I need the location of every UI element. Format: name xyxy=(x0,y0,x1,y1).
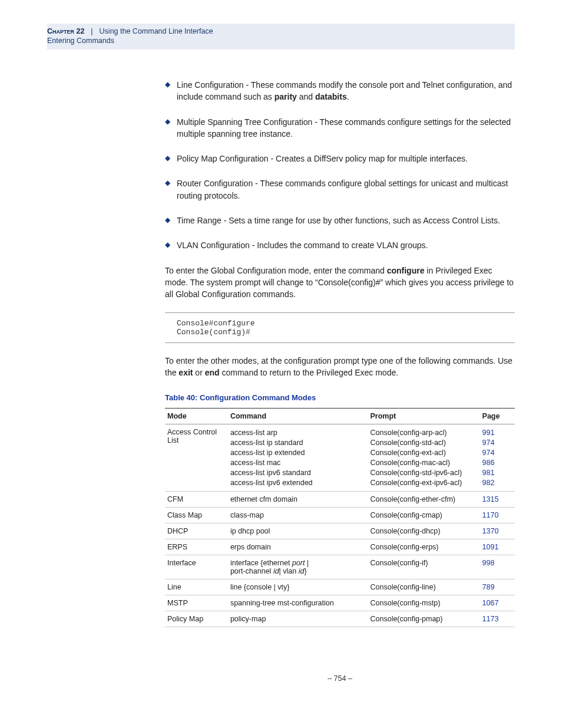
th-prompt: Prompt xyxy=(368,409,480,424)
td-command: class-map xyxy=(228,508,368,523)
page-link[interactable]: 1370 xyxy=(482,527,499,535)
td-page: 1173 xyxy=(480,611,515,627)
bullet-list: Line Configuration - These commands modi… xyxy=(165,79,515,252)
td-mode: ERPS xyxy=(165,539,228,555)
header-line-1: Chapter 22 | Using the Command Line Inte… xyxy=(47,27,515,35)
td-mode: DHCP xyxy=(165,523,228,539)
paragraph-text: or xyxy=(193,368,204,377)
td-page: 991974974986981982 xyxy=(480,424,515,492)
page-link[interactable]: 1091 xyxy=(482,543,499,551)
td-page: 1315 xyxy=(480,492,515,508)
td-page: 1170 xyxy=(480,508,515,523)
command-line: access-list ipv6 extended xyxy=(230,478,366,488)
body-paragraph: To enter the Global Configuration mode, … xyxy=(165,265,515,301)
bold-term: end xyxy=(205,368,220,377)
td-command: interface {ethernet port | port-channel … xyxy=(228,555,368,579)
page-link[interactable]: 982 xyxy=(482,478,513,488)
bullet-text: VLAN Configuration - Includes the comman… xyxy=(177,241,428,250)
table-row: DHCPip dhcp poolConsole(config-dhcp)1370 xyxy=(165,523,515,539)
table-row: MSTPspanning-tree mst-configurationConso… xyxy=(165,595,515,611)
table-title: Table 40: Configuration Command Modes xyxy=(165,393,515,402)
td-mode: Line xyxy=(165,579,228,595)
td-command: spanning-tree mst-configuration xyxy=(228,595,368,611)
table-row: Class Mapclass-mapConsole(config-cmap)11… xyxy=(165,508,515,523)
bullet-text: Time Range - Sets a time range for use b… xyxy=(177,216,500,225)
prompt-line: Console(config-arp-acl) xyxy=(371,428,478,438)
td-page: 1370 xyxy=(480,523,515,539)
td-mode: MSTP xyxy=(165,595,228,611)
td-prompt: Console(config-mstp) xyxy=(368,595,480,611)
bullet-text: Multiple Spanning Tree Configuration - T… xyxy=(177,117,511,139)
page-link[interactable]: 981 xyxy=(482,468,513,478)
bold-term: configure xyxy=(387,266,425,275)
table-row: ERPSerps domainConsole(config-erps)1091 xyxy=(165,539,515,555)
prompt-line: Console(config-ext-ipv6-acl) xyxy=(371,478,478,488)
bullet-text: Policy Map Configuration - Creates a Dif… xyxy=(177,154,468,163)
bullet-item: Router Configuration - These commands co… xyxy=(165,177,515,202)
command-line: access-list mac xyxy=(230,458,366,468)
command-line: access-list ip standard xyxy=(230,438,366,448)
td-command: ip dhcp pool xyxy=(228,523,368,539)
header-pipe: | xyxy=(87,27,97,35)
page-link[interactable]: 974 xyxy=(482,448,513,458)
bullet-item: Line Configuration - These commands modi… xyxy=(165,79,515,103)
th-page: Page xyxy=(480,409,515,424)
command-line: access-list ipv6 standard xyxy=(230,468,366,478)
th-mode: Mode xyxy=(165,409,228,424)
td-prompt: Console(config-erps) xyxy=(368,539,480,555)
page-header: Chapter 22 | Using the Command Line Inte… xyxy=(47,24,515,50)
td-command: access-list arpaccess-list ip standardac… xyxy=(228,424,368,492)
table-row: Lineline {console | vty}Console(config-l… xyxy=(165,579,515,595)
bullet-text: and xyxy=(297,92,315,101)
table-row: Access Control Listaccess-list arpaccess… xyxy=(165,424,515,492)
th-command: Command xyxy=(228,409,368,424)
td-command: ethernet cfm domain xyxy=(228,492,368,508)
table-row: Policy Mappolicy-mapConsole(config-pmap)… xyxy=(165,611,515,627)
page-link[interactable]: 1315 xyxy=(482,495,499,503)
paragraph-text: command to return to the Privileged Exec… xyxy=(220,368,398,377)
td-page: 998 xyxy=(480,555,515,579)
td-mode: Policy Map xyxy=(165,611,228,627)
page-link[interactable]: 1067 xyxy=(482,599,499,607)
command-line: access-list ip extended xyxy=(230,448,366,458)
section-name: Entering Commands xyxy=(47,37,515,45)
page-link[interactable]: 991 xyxy=(482,428,513,438)
page-link[interactable]: 974 xyxy=(482,438,513,448)
bullet-item: Multiple Spanning Tree Configuration - T… xyxy=(165,116,515,140)
page-link[interactable]: 1170 xyxy=(482,511,499,519)
command-line: port-channel id| vlan id} xyxy=(230,567,366,575)
chapter-label: Chapter 22 xyxy=(47,27,84,35)
config-table: Mode Command Prompt Page Access Control … xyxy=(165,408,515,627)
content-area: Line Configuration - These commands modi… xyxy=(165,79,515,683)
paragraph-text: To enter the Global Configuration mode, … xyxy=(165,266,387,275)
page-link[interactable]: 986 xyxy=(482,458,513,468)
page-link[interactable]: 789 xyxy=(482,583,495,591)
prompt-line: Console(config-ext-acl) xyxy=(371,448,478,458)
td-prompt: Console(config-line) xyxy=(368,579,480,595)
table-row: Interfaceinterface {ethernet port | port… xyxy=(165,555,515,579)
body-paragraph: To enter the other modes, at the configu… xyxy=(165,355,515,379)
td-prompt: Console(config-cmap) xyxy=(368,508,480,523)
prompt-line: Console(config-std-acl) xyxy=(371,438,478,448)
td-mode: CFM xyxy=(165,492,228,508)
bullet-text: . xyxy=(347,92,349,101)
page: Chapter 22 | Using the Command Line Inte… xyxy=(0,0,562,728)
bold-term: exit xyxy=(178,368,193,377)
td-prompt: Console(config-dhcp) xyxy=(368,523,480,539)
code-block: Console#configure Console(config)# xyxy=(165,312,515,343)
td-mode: Interface xyxy=(165,555,228,579)
td-prompt: Console(config-pmap) xyxy=(368,611,480,627)
bold-term: parity xyxy=(275,92,297,101)
td-prompt: Console(config-arp-acl)Console(config-st… xyxy=(368,424,480,492)
page-link[interactable]: 998 xyxy=(482,559,495,567)
page-link[interactable]: 1173 xyxy=(482,615,499,623)
bullet-item: Policy Map Configuration - Creates a Dif… xyxy=(165,153,515,164)
td-prompt: Console(config-ether-cfm) xyxy=(368,492,480,508)
bullet-item: Time Range - Sets a time range for use b… xyxy=(165,215,515,226)
prompt-line: Console(config-mac-acl) xyxy=(371,458,478,468)
td-mode: Class Map xyxy=(165,508,228,523)
td-command: policy-map xyxy=(228,611,368,627)
table-header-row: Mode Command Prompt Page xyxy=(165,409,515,424)
td-mode: Access Control List xyxy=(165,424,228,492)
td-command: line {console | vty} xyxy=(228,579,368,595)
